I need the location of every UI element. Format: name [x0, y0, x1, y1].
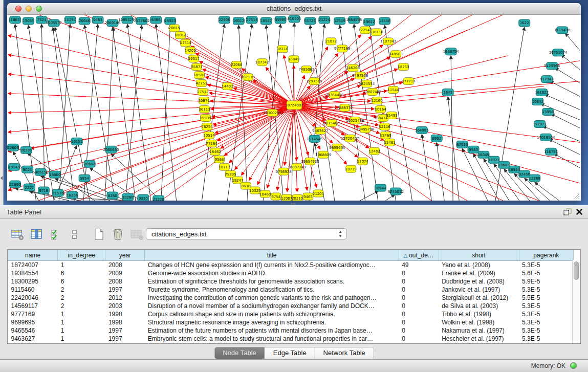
table-cell[interactable]: 5.3E-5 [519, 335, 573, 343]
table-cell[interactable]: 0 [399, 310, 439, 318]
table-cell[interactable]: 5.3E-5 [519, 286, 573, 294]
table-cell[interactable]: 5.3E-5 [519, 310, 573, 318]
network-edge[interactable] [360, 191, 379, 201]
network-edge[interactable] [551, 114, 580, 128]
table-cell[interactable]: 9777169 [8, 310, 58, 318]
table-cell[interactable]: 9463627 [8, 335, 58, 343]
new-table-icon[interactable] [93, 227, 105, 242]
table-row[interactable]: 946362711997Embryonic stem cells: a mode… [8, 335, 574, 343]
table-row[interactable]: 1456911722003Disruption of a novel membe… [8, 302, 574, 310]
table-cell[interactable]: 1997 [105, 335, 145, 343]
table-cell[interactable]: Tourette syndrome. Phenomenology and cla… [145, 286, 399, 294]
attribute-table-container[interactable]: namein_degreeyeartitle△out_de…shortpager… [7, 249, 581, 344]
table-cell[interactable]: 6 [58, 277, 105, 286]
column-header-name[interactable]: name [8, 250, 58, 261]
table-settings-icon[interactable] [11, 227, 24, 242]
table-cell[interactable]: Nakamura et al. (1997) [439, 326, 519, 335]
table-cell[interactable]: Dudbridge et al. (2008) [439, 277, 519, 286]
table-row[interactable]: 977716911998Corpus callosum shape and si… [8, 310, 574, 318]
table-cell[interactable]: 1 [58, 335, 105, 343]
table-cell[interactable]: Stergiakouli et al. (2012) [439, 294, 519, 302]
table-cell[interactable]: 2008 [105, 261, 145, 270]
table-cell[interactable]: 2 [58, 294, 105, 302]
table-cell[interactable]: 0 [399, 326, 439, 335]
float-panel-icon[interactable] [563, 208, 572, 215]
table-cell[interactable]: 19384554 [8, 269, 58, 277]
table-row[interactable]: 1938455462009Genome-wide association stu… [8, 269, 574, 277]
table-cell[interactable]: Tibbo et al. (1998) [439, 310, 519, 318]
table-row[interactable]: 1872400712008Changes of HCN gene express… [8, 261, 574, 270]
table-cell[interactable]: Disruption of a novel member of a sodium… [145, 302, 399, 310]
network-edge[interactable] [8, 105, 294, 171]
network-edge[interactable] [294, 105, 309, 156]
network-edge[interactable] [294, 71, 348, 105]
table-row[interactable]: 969969511998Structural magnetic resonanc… [8, 318, 574, 326]
table-row[interactable]: 946554611997Estimation of the future num… [8, 326, 574, 335]
table-cell[interactable]: Structural magnetic resonance image aver… [145, 318, 399, 326]
table-cell[interactable]: Jankovic et al. (1997) [439, 286, 519, 294]
select-columns-icon[interactable] [50, 227, 62, 242]
network-edge[interactable] [38, 105, 294, 201]
network-edge[interactable] [83, 24, 98, 201]
close-panel-icon[interactable] [576, 208, 583, 215]
network-edge[interactable] [8, 35, 294, 105]
resize-grip-icon[interactable] [573, 192, 580, 200]
table-cell[interactable]: 0 [399, 294, 439, 302]
splitter-collapse-arrow-icon[interactable] [1, 176, 3, 180]
table-cell[interactable]: 9465546 [8, 326, 58, 335]
table-cell[interactable]: 1997 [105, 326, 145, 335]
table-cell[interactable]: 14569117 [8, 302, 58, 310]
table-cell[interactable]: 5.3E-5 [519, 326, 573, 335]
network-edge[interactable] [199, 61, 294, 105]
table-cell[interactable]: 18724007 [8, 261, 58, 270]
table-cell[interactable]: 5.6E-5 [519, 269, 573, 277]
column-header-title[interactable]: title [145, 250, 399, 261]
table-cell[interactable]: 0 [399, 302, 439, 310]
network-edge[interactable] [294, 105, 580, 163]
table-cell[interactable]: 2 [58, 302, 105, 310]
table-cell[interactable]: Changes of HCN gene expression and I(f) … [145, 261, 399, 270]
column-header-year[interactable]: year [105, 250, 145, 261]
table-cell[interactable]: 1 [58, 326, 105, 335]
table-cell[interactable]: 2009 [105, 269, 145, 277]
table-cell[interactable]: 0 [399, 318, 439, 326]
table-cell[interactable]: 0 [399, 277, 439, 286]
table-cell[interactable]: 2003 [105, 302, 145, 310]
table-cell[interactable]: 0 [399, 269, 439, 277]
table-cell[interactable]: de Silva et al. (2003) [439, 302, 519, 310]
table-cell[interactable]: 1 [58, 261, 105, 270]
table-cell[interactable]: 1998 [105, 318, 145, 326]
network-edge[interactable] [565, 33, 580, 51]
table-cell[interactable]: 1998 [105, 310, 145, 318]
table-cell[interactable]: 2008 [105, 277, 145, 286]
column-header-short[interactable]: short [439, 250, 519, 261]
table-cell[interactable]: Corpus callosum shape and size in male p… [145, 310, 399, 318]
network-canvas[interactable]: 1863190557524190557211254206469463206914… [7, 15, 581, 201]
tab-edge-table[interactable]: Edge Table [265, 347, 315, 359]
table-cell[interactable]: 5.3E-5 [519, 261, 573, 270]
table-cell[interactable]: 0 [399, 335, 439, 343]
table-row[interactable]: 1830029562008Estimation of significance … [8, 277, 574, 286]
network-edge[interactable] [555, 68, 580, 83]
table-cell[interactable]: 5.3E-5 [519, 302, 573, 310]
tab-node-table[interactable]: Node Table [214, 347, 265, 359]
network-edge[interactable] [156, 24, 177, 201]
table-cell[interactable]: 49 [399, 261, 439, 270]
table-cell[interactable]: Estimation of significance thresholds fo… [145, 277, 399, 286]
table-cell[interactable]: 6 [58, 269, 105, 277]
table-row[interactable]: 911546021997Tourette syndrome. Phenomeno… [8, 286, 574, 294]
control-panel-splitter[interactable] [0, 0, 4, 205]
select-rows-icon[interactable] [69, 227, 81, 242]
table-row[interactable]: 2242004622012Investigating the contribut… [8, 294, 574, 302]
network-edge[interactable] [13, 151, 39, 201]
table-cell[interactable]: 22420046 [8, 294, 58, 302]
table-cell[interactable]: Embryonic stem cells: a model to study s… [145, 335, 399, 343]
network-view-window[interactable]: citations_edges.txt 18631905575241905572… [7, 3, 581, 201]
table-cell[interactable]: 2 [58, 286, 105, 294]
network-edge[interactable] [294, 65, 294, 105]
network-edge[interactable] [113, 27, 136, 201]
table-cell[interactable]: Investigating the contribution of common… [145, 294, 399, 302]
network-window-titlebar[interactable]: citations_edges.txt [7, 3, 581, 15]
tab-network-table[interactable]: Network Table [315, 347, 374, 359]
table-cell[interactable]: 18300295 [8, 277, 58, 286]
